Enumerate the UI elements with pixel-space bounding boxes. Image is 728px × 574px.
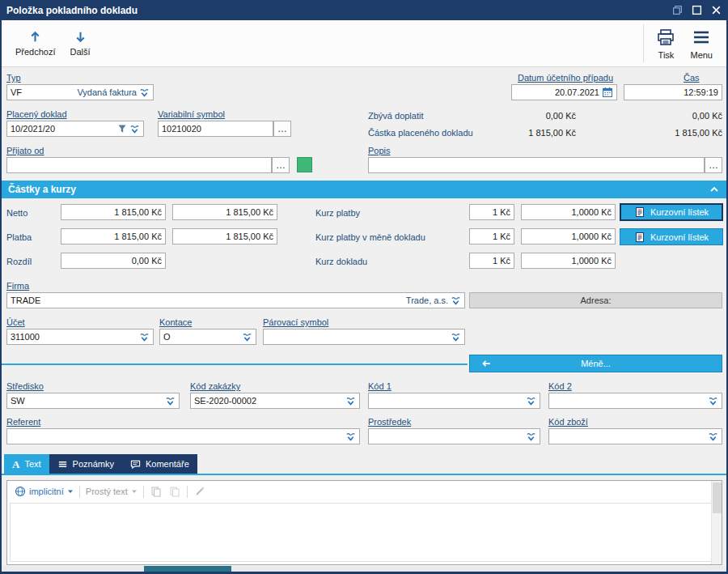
next-button[interactable]: Další bbox=[63, 23, 98, 64]
popis-field[interactable] bbox=[368, 157, 705, 173]
tab-poznamky-label: Poznámky bbox=[73, 459, 114, 469]
edit-button[interactable] bbox=[193, 485, 206, 498]
tab-text[interactable]: A Text bbox=[4, 454, 49, 474]
variabilni-symbol-field[interactable]: 10210020 bbox=[158, 121, 273, 137]
kontace-value: O bbox=[163, 332, 239, 342]
popis-label[interactable]: Popis bbox=[368, 146, 391, 155]
language-dropdown[interactable]: implicitní bbox=[15, 486, 74, 497]
maximize-icon bbox=[692, 5, 702, 15]
horizontal-scrollbar-thumb[interactable] bbox=[144, 566, 231, 572]
netto-label: Netto bbox=[6, 208, 28, 218]
popis-more-button[interactable]: … bbox=[705, 157, 722, 173]
stredisko-field[interactable]: SW bbox=[6, 393, 180, 409]
tab-komentare[interactable]: Komentáře bbox=[122, 454, 197, 474]
netto-field-2[interactable]: 1 815,00 Kč bbox=[172, 204, 277, 220]
netto-field-1[interactable]: 1 815,00 Kč bbox=[61, 204, 166, 220]
kod-2-field[interactable] bbox=[548, 393, 722, 409]
text-editor-area[interactable] bbox=[10, 503, 719, 562]
previous-button[interactable]: Předchozí bbox=[8, 23, 63, 64]
datum-field[interactable]: 20.07.2021 bbox=[511, 84, 617, 100]
referent-field[interactable] bbox=[6, 428, 360, 444]
platba-field-1[interactable]: 1 815,00 Kč bbox=[61, 228, 166, 244]
less-button[interactable]: Méně... bbox=[469, 355, 722, 372]
ucet-field[interactable]: 311000 bbox=[6, 329, 154, 345]
kurz-platby-field-1[interactable]: 1 Kč bbox=[469, 204, 514, 220]
filter-icon[interactable] bbox=[117, 124, 127, 134]
dropdown-icon[interactable] bbox=[165, 396, 176, 406]
exchange-rate-button-1[interactable]: Kurzovní lístek bbox=[620, 203, 723, 221]
kod-1-field[interactable] bbox=[368, 393, 540, 409]
placeny-doklad-label[interactable]: Placený doklad bbox=[6, 109, 67, 119]
kurz-dokladu-field-1[interactable]: 1 Kč bbox=[469, 253, 514, 269]
dropdown-icon[interactable] bbox=[708, 432, 718, 442]
prijato-od-label[interactable]: Přijato od bbox=[6, 146, 44, 155]
kontace-field[interactable]: O bbox=[159, 329, 256, 345]
partner-indicator-button[interactable] bbox=[297, 157, 312, 172]
stredisko-label[interactable]: Středisko bbox=[6, 381, 44, 391]
ucet-label[interactable]: Účet bbox=[6, 317, 25, 327]
editor-toolbar: implicitní Prostý text bbox=[7, 481, 722, 502]
zbyva-doplatit-doc: 0,00 Kč bbox=[615, 111, 722, 121]
cas-label[interactable]: Čas bbox=[684, 73, 700, 83]
dropdown-icon[interactable] bbox=[139, 332, 150, 342]
kurz-platby-mena-field-1[interactable]: 1 Kč bbox=[469, 228, 514, 244]
tab-poznamky[interactable]: Poznámky bbox=[49, 454, 122, 474]
maximize-button[interactable] bbox=[691, 5, 702, 16]
vertical-scrollbar[interactable] bbox=[711, 481, 722, 564]
variabilni-symbol-label[interactable]: Variabilní symbol bbox=[158, 109, 225, 119]
typ-field[interactable]: VF Vydaná faktura bbox=[6, 84, 154, 100]
collapse-icon[interactable] bbox=[709, 184, 720, 195]
format-dropdown[interactable]: Prostý text bbox=[86, 487, 138, 496]
rozdil-field[interactable]: 0,00 Kč bbox=[61, 253, 166, 269]
firma-field[interactable]: TRADE Trade, a.s. bbox=[6, 292, 465, 308]
dropdown-icon[interactable] bbox=[526, 432, 536, 442]
variabilni-symbol-more-button[interactable]: … bbox=[273, 121, 291, 137]
vertical-scrollbar-thumb[interactable] bbox=[713, 483, 722, 513]
prijato-od-more-button[interactable]: … bbox=[272, 157, 290, 173]
restore-button[interactable] bbox=[671, 5, 683, 16]
dropdown-icon[interactable] bbox=[526, 396, 536, 406]
dropdown-icon[interactable] bbox=[451, 332, 461, 342]
kurz-dokladu-field-2[interactable]: 1,0000 Kč bbox=[521, 253, 616, 269]
kod-zbozi-field[interactable] bbox=[548, 428, 722, 444]
horizontal-scrollbar[interactable] bbox=[2, 566, 726, 572]
datum-label[interactable]: Datum účetního případu bbox=[518, 73, 613, 83]
kod-2-label[interactable]: Kód 2 bbox=[548, 381, 572, 391]
firma-label[interactable]: Firma bbox=[6, 281, 29, 291]
paste-button[interactable] bbox=[168, 485, 181, 498]
dropdown-icon[interactable] bbox=[451, 296, 461, 306]
kurz-platby-field-2[interactable]: 1,0000 Kč bbox=[521, 204, 616, 220]
referent-label[interactable]: Referent bbox=[6, 417, 40, 427]
kod-1-label[interactable]: Kód 1 bbox=[368, 381, 392, 391]
prostredek-label[interactable]: Prostředek bbox=[368, 417, 411, 427]
parovaci-symbol-field[interactable] bbox=[263, 329, 465, 345]
prijato-od-field[interactable] bbox=[6, 157, 272, 173]
placeny-doklad-value: 10/2021/20 bbox=[11, 124, 115, 134]
calendar-icon[interactable] bbox=[602, 87, 613, 98]
close-button[interactable] bbox=[710, 5, 722, 16]
dropdown-icon[interactable] bbox=[129, 124, 140, 134]
kod-zakazky-field[interactable]: SE-2020-00002 bbox=[190, 393, 360, 409]
placeny-doklad-field[interactable]: 10/2021/20 bbox=[6, 121, 144, 137]
dropdown-icon[interactable] bbox=[139, 87, 150, 98]
platba-field-2[interactable]: 1 815,00 Kč bbox=[172, 228, 277, 244]
exchange-rate-button-2[interactable]: Kurzovní lístek bbox=[620, 228, 723, 245]
dropdown-icon[interactable] bbox=[242, 332, 252, 342]
prostredek-field[interactable] bbox=[368, 428, 540, 444]
cas-field[interactable]: 12:59:19 bbox=[624, 84, 722, 100]
kontace-label[interactable]: Kontace bbox=[159, 317, 192, 327]
kod-zbozi-label[interactable]: Kód zboží bbox=[548, 417, 588, 427]
typ-label[interactable]: Typ bbox=[6, 73, 21, 83]
dropdown-icon[interactable] bbox=[708, 396, 718, 406]
adresa-panel[interactable]: Adresa: bbox=[469, 292, 722, 308]
zbyva-doplatit-label: Zbývá doplatit bbox=[368, 111, 423, 121]
menu-button[interactable]: Menu bbox=[683, 23, 720, 64]
dropdown-icon[interactable] bbox=[345, 432, 356, 442]
copy-button[interactable] bbox=[150, 485, 163, 498]
dropdown-icon[interactable] bbox=[345, 396, 356, 406]
section-divider bbox=[2, 364, 468, 365]
parovaci-symbol-label[interactable]: Párovací symbol bbox=[263, 317, 328, 327]
kod-zakazky-label[interactable]: Kód zakázky bbox=[190, 381, 240, 391]
kurz-platby-mena-field-2[interactable]: 1,0000 Kč bbox=[521, 228, 616, 244]
print-button[interactable]: Tisk bbox=[649, 23, 683, 64]
